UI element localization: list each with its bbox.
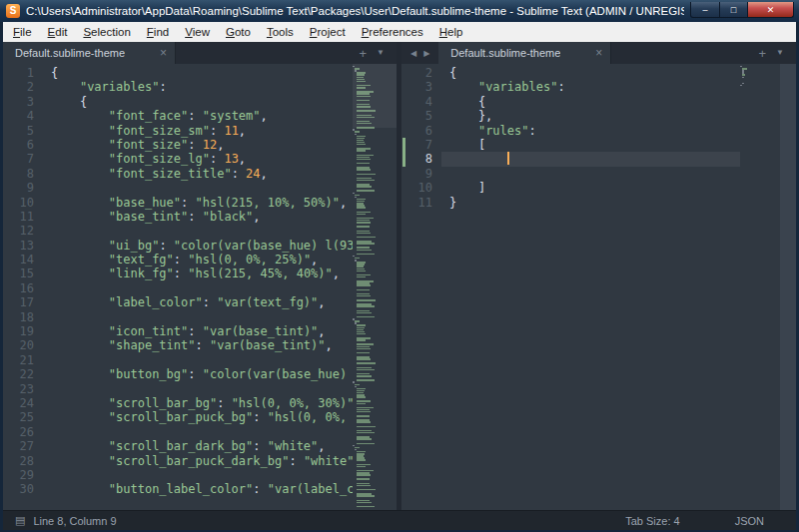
line-number: 18 [3,310,43,324]
line-number: 25 [3,410,43,424]
code-line: "base_hue": "hsl(215, 10%, 50%)", [51,196,397,210]
maximize-icon: □ [731,5,736,15]
sublime-app-icon: S [6,4,20,18]
code-line [51,310,397,324]
code-line [51,181,397,195]
line-number: 16 [3,281,43,295]
code-line: "scroll_bar_bg": "hsl(0, 0%, 30%)", [51,396,397,410]
new-tab-icon[interactable]: + [359,47,367,60]
code-lines[interactable]: { "variables": { }, "rules": [ ]} [441,64,780,510]
code-line: "label_color": "var(text_fg)", [51,295,397,309]
code-line [51,425,397,439]
code-line: "shape_tint": "var(base_tint)", [51,338,397,352]
code-line [449,167,780,181]
minimap-line [740,85,780,86]
vertical-scrollbar[interactable] [780,64,796,510]
code-lines[interactable]: { "variables": { "font_face": "system", … [43,64,397,510]
code-line: "font_size_sm": 11, [51,124,397,138]
title-bar: S C:\Users\Administrator\AppData\Roaming… [0,0,799,22]
line-number: 9 [401,167,441,181]
line-number: 1 [3,66,43,80]
maximize-button[interactable]: □ [720,2,747,18]
minimap[interactable] [353,64,397,510]
code-line: { [51,66,397,80]
menu-find[interactable]: Find [139,22,177,42]
line-number: 17 [3,295,43,309]
window-controls: – □ ✕ [690,2,794,18]
close-icon: ✕ [767,5,775,15]
line-number: 8 [401,152,441,166]
line-number: 20 [3,338,43,352]
tab-close-icon[interactable]: × [160,46,167,60]
code-line: ] [449,181,780,195]
menu-tools[interactable]: Tools [259,22,302,42]
menu-edit[interactable]: Edit [40,22,76,42]
tab-overflow-icon[interactable]: ▼ [377,49,385,57]
code-line: "ui_bg": "color(var(base_hue) l(93%))", [51,239,397,253]
tab-scroll-right-icon[interactable]: ▶ [423,49,429,58]
tab-close-icon[interactable]: × [595,46,602,60]
line-number: 24 [3,396,43,410]
code-line: { [449,95,780,109]
code-line: "font_size_title": 24, [51,167,397,181]
editor-right[interactable]: 234567891011 { "variables": { }, "rules"… [401,64,796,510]
minimap-content [353,66,397,507]
line-number: 11 [401,196,441,210]
line-number: 13 [3,239,43,253]
code-line: } [449,196,780,210]
line-number: 6 [3,138,43,152]
minimap[interactable] [740,64,780,510]
tab-overflow-icon[interactable]: ▼ [776,49,784,57]
tab-actions-right: + ▼ [758,42,796,64]
editor-split: Default.sublime-theme × + ▼ 123456789101… [3,42,796,510]
menu-project[interactable]: Project [302,22,354,42]
menu-file[interactable]: File [5,22,40,42]
line-number: 7 [3,152,43,166]
tab-size-indicator[interactable]: Tab Size: 4 [625,515,679,527]
menu-goto[interactable]: Goto [218,22,259,42]
menu-preferences[interactable]: Preferences [354,22,431,42]
minimap-line [353,506,397,507]
close-button[interactable]: ✕ [747,2,794,18]
code-line: "rules": [449,124,780,138]
line-number: 8 [3,167,43,181]
code-line [51,281,397,295]
line-number: 12 [3,224,43,238]
code-line: { [449,66,780,80]
tab-scroll-left-icon[interactable]: ◀ [410,49,416,58]
menu-view[interactable]: View [177,22,218,42]
panel-switcher-icon[interactable]: ▤ [15,514,25,527]
code-line: "button_bg": "color(var(base_hue) l(98%)… [51,367,397,381]
tab-default-sublime-theme-left[interactable]: Default.sublime-theme × [3,42,176,64]
code-line: "scroll_bar_dark_bg": "white", [51,439,397,453]
menu-selection[interactable]: Selection [75,22,138,42]
code-line: [ [449,138,780,152]
syntax-indicator[interactable]: JSON [735,515,764,527]
minimap-viewport[interactable] [353,64,397,128]
new-tab-icon[interactable]: + [758,47,766,60]
editor-left[interactable]: 1234567891011121314151617181920212223242… [3,64,397,510]
code-line [51,468,397,482]
line-number: 3 [401,80,441,94]
tab-default-sublime-theme-right[interactable]: Default.sublime-theme × [438,42,611,64]
code-line: "font_size_lg": 13, [51,152,397,166]
code-line [51,224,397,238]
menu-help[interactable]: Help [431,22,471,42]
line-number: 9 [3,181,43,195]
code-line [51,382,397,396]
tab-title: Default.sublime-theme [450,47,560,59]
code-line: { [51,95,397,109]
minimize-button[interactable]: – [690,2,720,18]
code-line: "scroll_bar_puck_dark_bg": "white", [51,454,397,468]
line-number: 5 [401,109,441,123]
code-line: "link_fg": "hsl(215, 45%, 40%)", [51,266,397,280]
diff-added-marker [402,138,405,167]
cursor-position-label: Line 8, Column 9 [33,515,116,527]
status-right: Tab Size: 4 JSON [625,515,784,527]
code-line: "base_tint": "black", [51,210,397,224]
text-cursor [507,152,509,165]
code-line: "icon_tint": "var(base_tint)", [51,324,397,338]
line-number: 10 [401,181,441,195]
editor-pane-right: ◀ ▶ Default.sublime-theme × + ▼ 23456789… [401,42,796,510]
line-number: 29 [3,468,43,482]
